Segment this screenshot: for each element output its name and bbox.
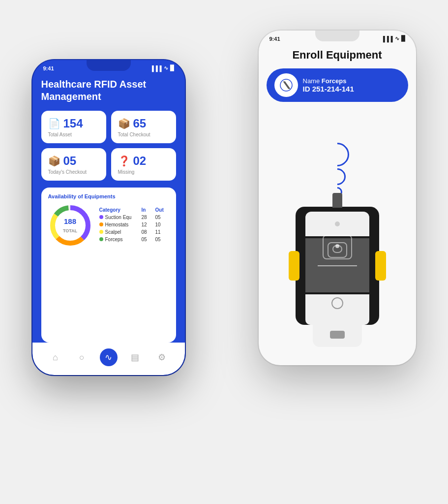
- suction-dot: [99, 215, 103, 219]
- stat-todays-checkout: 📦 05 Today's Checkout: [41, 148, 106, 181]
- legend-row-suction: Suction Equ 28 05: [99, 215, 169, 220]
- name-label: Name: [303, 77, 320, 85]
- right-notch: [315, 31, 359, 41]
- forceps-in: 05: [142, 237, 155, 242]
- right-signal-icon: ▐▐▐: [381, 36, 392, 42]
- todays-checkout-number: 05: [63, 154, 77, 168]
- left-phone: 9:41 ▐▐▐ ∿ ▉ Healthcare RFID Asset Manag…: [32, 60, 185, 375]
- total-checkout-label: Total Checkout: [118, 132, 169, 137]
- availability-section: Availability of Equipments: [41, 188, 176, 343]
- col-in: In: [142, 207, 155, 213]
- legend-row-scalpel: Scalpel 08 11: [99, 229, 169, 235]
- legend-header: Category In Out: [99, 207, 169, 213]
- total-asset-icon: 📄: [48, 119, 60, 128]
- rfid-camera: [335, 221, 340, 226]
- rfid-center-dot: [335, 244, 339, 248]
- availability-content: 188 TOTAL Category In Out: [48, 203, 169, 248]
- missing-number: 02: [133, 154, 147, 168]
- scanner-area: [259, 102, 416, 365]
- scan-line: [318, 265, 357, 266]
- svg-line-6: [284, 82, 289, 89]
- total-asset-number: 154: [63, 117, 83, 130]
- nav-clock[interactable]: ○: [73, 348, 91, 366]
- rfid-home-button[interactable]: [331, 297, 343, 309]
- rfid-top: [305, 212, 369, 236]
- rfid-trigger[interactable]: [330, 331, 345, 339]
- right-wifi-icon: ∿: [395, 35, 399, 42]
- left-time: 9:41: [43, 65, 54, 71]
- left-notch: [87, 60, 131, 71]
- legend-row-hemostats: Hemostats 12 10: [99, 222, 169, 227]
- equipment-avatar: [274, 73, 298, 97]
- bottom-nav: ⌂ ○ ∿ ▤ ⚙: [32, 343, 185, 375]
- col-category: Category: [99, 207, 142, 213]
- nav-wifi[interactable]: ∿: [100, 348, 118, 366]
- hemostats-out: 10: [155, 222, 169, 227]
- missing-label: Missing: [118, 169, 169, 175]
- stats-grid: 📄 154 Total Asset 📦 65 Total Checkout: [41, 111, 176, 181]
- todays-checkout-icon: 📦: [48, 156, 60, 166]
- right-time: 9:41: [269, 36, 280, 42]
- donut-chart: 188 TOTAL: [48, 203, 92, 248]
- id-label: ID: [303, 85, 310, 93]
- grip-right: [375, 251, 386, 281]
- right-status-icons: ▐▐▐ ∿ ▉: [381, 35, 405, 42]
- wifi-arc-medium: [325, 164, 349, 188]
- chart-total-label: TOTAL: [63, 228, 77, 233]
- rfid-antenna: [332, 193, 342, 208]
- nav-settings[interactable]: ⚙: [153, 348, 171, 366]
- grip-left: [289, 251, 299, 281]
- forceps-icon: [279, 78, 294, 93]
- stat-missing: ❓ 02 Missing: [111, 148, 176, 181]
- equipment-banner: Name Forceps ID 251-214-141: [267, 68, 408, 102]
- todays-checkout-label: Today's Checkout: [48, 169, 99, 175]
- signal-icon: ▐▐▐: [150, 65, 161, 71]
- suction-out: 05: [155, 215, 169, 220]
- total-asset-label: Total Asset: [48, 132, 99, 137]
- right-phone: 9:41 ▐▐▐ ∿ ▉ Enroll Equipment: [259, 31, 416, 365]
- legend-row-forceps: Forceps 05 05: [99, 237, 169, 242]
- right-battery-icon: ▉: [401, 35, 405, 42]
- svg-line-7: [285, 82, 290, 89]
- left-status-icons: ▐▐▐ ∿ ▉: [150, 65, 174, 71]
- stat-total-checkout: 📦 65 Total Checkout: [111, 111, 176, 143]
- rfid-home-area: [305, 294, 369, 312]
- legend-cat-hemostats: Hemostats: [99, 222, 142, 227]
- rfid-screen: [305, 238, 369, 292]
- enroll-title: Enroll Equipment: [259, 44, 416, 68]
- nav-home[interactable]: ⌂: [47, 348, 64, 366]
- hemostats-in: 12: [142, 222, 155, 227]
- nav-archive[interactable]: ▤: [126, 348, 144, 366]
- legend-table: Category In Out Suction Equ 28 05: [99, 207, 169, 244]
- rfid-handle: [313, 322, 362, 347]
- hemostats-dot: [99, 222, 103, 226]
- forceps-dot: [99, 237, 103, 241]
- availability-title: Availability of Equipments: [48, 193, 169, 199]
- scalpel-in: 08: [142, 229, 155, 235]
- left-app-title: Healthcare RFID Asset Management: [41, 78, 176, 103]
- stat-total-asset: 📄 154 Total Asset: [41, 111, 106, 143]
- total-checkout-number: 65: [133, 117, 147, 130]
- wifi-icon: ∿: [164, 65, 168, 71]
- forceps-out: 05: [155, 237, 169, 242]
- left-content: Healthcare RFID Asset Management 📄 154 T…: [32, 73, 185, 343]
- id-value: 251-214-141: [312, 85, 354, 93]
- rfid-scanner-device: [296, 207, 379, 325]
- scene: 9:41 ▐▐▐ ∿ ▉ Healthcare RFID Asset Manag…: [32, 31, 416, 473]
- rfid-body: [296, 207, 379, 325]
- missing-icon: ❓: [118, 156, 130, 166]
- scalpel-dot: [99, 230, 103, 234]
- scalpel-out: 11: [155, 229, 169, 235]
- col-out: Out: [155, 207, 169, 213]
- battery-icon: ▉: [170, 65, 174, 71]
- wifi-arc-large: [321, 138, 354, 171]
- total-checkout-icon: 📦: [118, 119, 130, 128]
- chart-total-number: 188: [63, 217, 77, 225]
- legend-cat-forceps: Forceps: [99, 237, 142, 242]
- legend-cat-suction: Suction Equ: [99, 215, 142, 220]
- suction-in: 28: [142, 215, 155, 220]
- equipment-info: Name Forceps ID 251-214-141: [303, 77, 354, 93]
- name-value: Forceps: [322, 77, 347, 85]
- legend-cat-scalpel: Scalpel: [99, 229, 142, 235]
